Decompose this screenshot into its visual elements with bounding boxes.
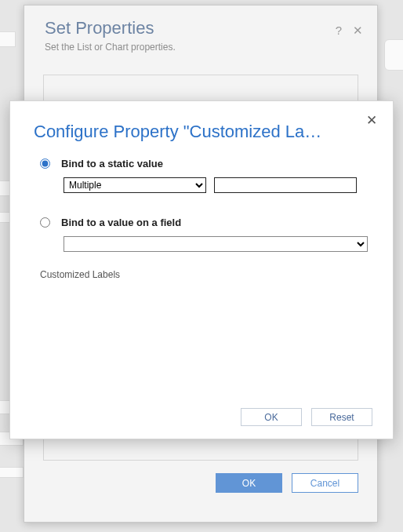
reset-button[interactable]: Reset — [311, 408, 372, 426]
option-row-static: Bind to a static value — [10, 150, 393, 169]
option-row-field: Bind to a value on a field — [10, 199, 393, 228]
static-value-select[interactable]: Multiple — [64, 177, 206, 193]
dialog-title: Set Properties — [45, 18, 360, 38]
dialog-footer: OK Reset — [10, 408, 393, 426]
dialog-title: Configure Property "Customized La… — [34, 122, 347, 142]
radio-bind-field-label[interactable]: Bind to a value on a field — [61, 217, 181, 228]
configure-property-dialog: Configure Property "Customized La… ✕ Bin… — [9, 100, 394, 439]
radio-bind-static[interactable] — [40, 159, 50, 169]
static-value-input[interactable] — [214, 177, 357, 193]
field-value-select[interactable] — [64, 236, 368, 252]
radio-bind-static-label[interactable]: Bind to a static value — [61, 158, 163, 169]
close-icon[interactable]: ✕ — [366, 112, 377, 129]
static-controls-row: Multiple — [10, 169, 393, 199]
dialog-header: Configure Property "Customized La… ✕ — [10, 101, 393, 150]
customized-labels-text: Customized Labels — [10, 258, 393, 280]
dialog-header: Set Properties Set the List or Chart pro… — [24, 5, 377, 60]
ok-button[interactable]: OK — [216, 473, 282, 493]
radio-bind-field[interactable] — [40, 217, 50, 228]
dialog-subtitle: Set the List or Chart properties. — [45, 42, 360, 53]
close-icon[interactable]: ✕ — [353, 24, 363, 36]
dialog-footer: OK Cancel — [24, 461, 377, 493]
field-controls-row — [10, 228, 393, 258]
help-icon[interactable]: ? — [336, 24, 342, 36]
cancel-button[interactable]: Cancel — [292, 473, 358, 493]
ok-button[interactable]: OK — [241, 408, 302, 426]
